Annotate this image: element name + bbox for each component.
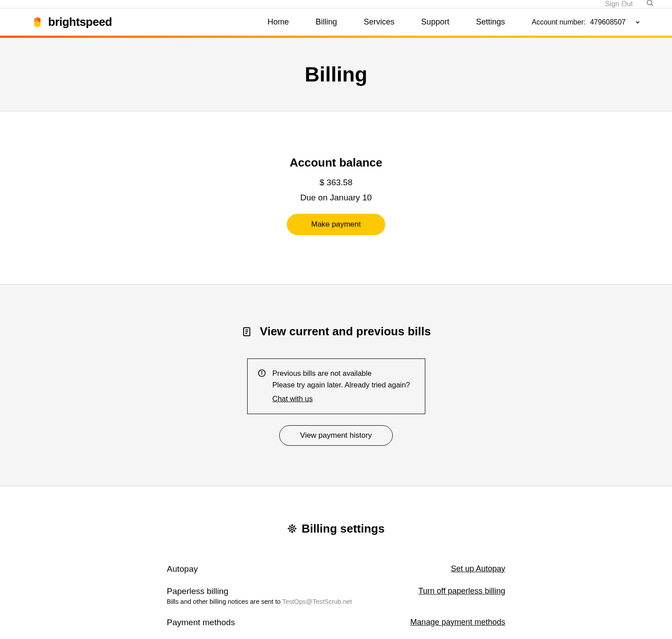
bills-alert-box: Previous bills are not available Please … bbox=[247, 358, 425, 414]
chat-with-us-link[interactable]: Chat with us bbox=[273, 393, 313, 405]
gear-icon bbox=[287, 524, 297, 533]
receipt-icon bbox=[241, 326, 252, 337]
account-balance-amount: $ 363.58 bbox=[0, 178, 672, 187]
billing-settings-heading: Billing settings bbox=[301, 522, 384, 536]
svg-point-8 bbox=[261, 371, 262, 372]
paperless-email: TestOps@TestScrub.net bbox=[282, 598, 352, 605]
autopay-label: Autopay bbox=[167, 564, 198, 574]
account-balance-heading: Account balance bbox=[0, 156, 672, 170]
info-icon bbox=[257, 369, 266, 378]
nav-services[interactable]: Services bbox=[364, 17, 395, 27]
svg-line-1 bbox=[651, 4, 653, 6]
setup-autopay-link[interactable]: Set up Autopay bbox=[451, 564, 505, 574]
search-icon[interactable] bbox=[646, 0, 654, 9]
svg-point-0 bbox=[647, 0, 652, 5]
sign-out-link[interactable]: Sign Out bbox=[605, 0, 633, 8]
bills-alert-line1: Previous bills are not available bbox=[273, 368, 410, 379]
chevron-down-icon bbox=[635, 19, 641, 25]
nav-home[interactable]: Home bbox=[268, 17, 289, 27]
brand-logo[interactable]: brightspeed bbox=[31, 15, 112, 29]
paperless-sub-prefix: Bills and other billing notices are sent… bbox=[167, 598, 282, 605]
make-payment-button[interactable]: Make payment bbox=[287, 214, 386, 235]
svg-point-9 bbox=[291, 527, 294, 530]
account-number-dropdown[interactable]: 479608507 bbox=[590, 16, 641, 28]
bills-alert-line2: Please try again later. Already tried ag… bbox=[273, 379, 410, 391]
nav-support[interactable]: Support bbox=[421, 17, 449, 27]
bills-heading: View current and previous bills bbox=[260, 325, 431, 338]
brand-logo-icon bbox=[31, 16, 44, 28]
payment-methods-label: Payment methods bbox=[167, 618, 235, 627]
paperless-billing-label: Paperless billing bbox=[167, 586, 352, 596]
brand-name: brightspeed bbox=[48, 15, 112, 29]
account-balance-due: Due on January 10 bbox=[0, 193, 672, 203]
page-title: Billing bbox=[0, 62, 672, 86]
view-payment-history-button[interactable]: View payment history bbox=[279, 425, 393, 446]
nav-settings[interactable]: Settings bbox=[476, 17, 505, 27]
turn-off-paperless-link[interactable]: Turn off paperless billing bbox=[418, 586, 505, 596]
account-number-label: Account number: bbox=[532, 18, 586, 26]
nav-billing[interactable]: Billing bbox=[316, 17, 337, 27]
manage-payment-methods-link[interactable]: Manage payment methods bbox=[410, 618, 505, 627]
account-number-value: 479608507 bbox=[590, 18, 626, 26]
